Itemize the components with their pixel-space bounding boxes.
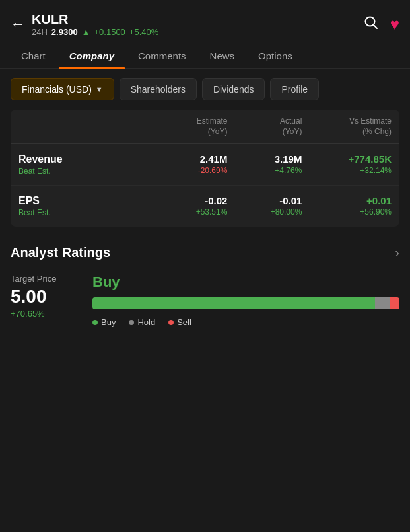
sub-nav-shareholders[interactable]: Shareholders [120,78,197,100]
eps-actual-cell: -0.01 +80.00% [227,195,302,217]
eps-vs-sub: +56.90% [302,208,392,217]
eps-actual-sub: +80.00% [227,208,302,217]
eps-estimate-main: -0.02 [153,195,227,206]
eps-estimate-cell: -0.02 +53.51% [153,195,227,217]
nav-tabs: Chart Company Comments News Options [0,44,410,69]
legend-buy-label: Buy [101,317,116,327]
svg-line-1 [373,25,377,29]
change-pct: +5.40% [129,27,158,37]
eps-vs-cell: +0.01 +56.90% [302,195,392,217]
eps-label-cell: EPS Beat Est. [18,195,153,217]
legend-sell-label: Sell [177,317,191,327]
table-header: Estimate (YoY) Actual (YoY) Vs Estimate … [11,110,399,144]
bar-buy [92,297,375,309]
rating-bar [92,297,399,309]
target-price-label: Target Price [11,274,77,284]
rating-legend: Buy Hold Sell [92,317,399,327]
legend-hold: Hold [129,317,155,327]
table-row-eps: EPS Beat Est. -0.02 +53.51% -0.01 +80.00… [11,186,399,227]
financials-table: Estimate (YoY) Actual (YoY) Vs Estimate … [11,110,399,227]
timeframe-label: 24H [32,27,48,37]
favorite-icon[interactable]: ♥ [390,15,399,34]
revenue-main-label: Revenue [18,153,153,165]
revenue-label-cell: Revenue Beat Est. [18,153,153,176]
dividends-label: Dividends [213,84,254,95]
sub-nav: Financials (USD) ▼ Shareholders Dividend… [0,69,410,110]
price-arrow: ▲ [82,27,90,37]
eps-estimate-sub: +53.51% [153,208,227,217]
revenue-actual-sub: +4.76% [227,166,302,175]
back-button[interactable]: ← [11,17,25,32]
tab-chart[interactable]: Chart [11,44,56,68]
analyst-ratings-content: Target Price 5.00 +70.65% Buy Buy Hold [11,274,399,327]
tab-comments[interactable]: Comments [127,44,197,68]
rating-buy-label: Buy [92,274,399,291]
search-icon[interactable] [364,15,378,34]
eps-beat-label: Beat Est. [18,208,153,217]
tab-news[interactable]: News [199,44,246,68]
table-row-revenue: Revenue Beat Est. 2.41M -20.69% 3.19M +4… [11,144,399,186]
profile-label: Profile [281,84,308,95]
revenue-vs-sub: +32.14% [302,166,392,175]
revenue-beat-label: Beat Est. [18,167,153,176]
sub-nav-financials[interactable]: Financials (USD) ▼ [11,78,114,100]
header-right: ♥ [364,15,399,34]
bar-hold [375,297,390,309]
sub-nav-dividends[interactable]: Dividends [202,78,265,100]
legend-sell-dot [168,320,174,325]
dropdown-arrow-icon: ▼ [96,85,103,93]
header-left: ← KULR 24H 2.9300 ▲ +0.1500 +5.40% [11,12,158,37]
ticker-symbol: KULR [32,12,158,27]
analyst-ratings-chevron-icon[interactable]: › [395,245,399,260]
col-header-vs-estimate: Vs Estimate (% Chg) [302,116,392,137]
eps-vs-main: +0.01 [302,195,392,206]
analyst-ratings-title: Analyst Ratings [11,245,110,260]
legend-buy-dot [92,320,98,325]
tab-company[interactable]: Company [59,44,125,68]
revenue-estimate-sub: -20.69% [153,166,227,175]
col-header-empty [18,116,153,137]
price-value: 2.9300 [51,27,78,37]
target-price-value: 5.00 [11,286,77,307]
eps-actual-main: -0.01 [227,195,302,206]
revenue-estimate-cell: 2.41M -20.69% [153,153,227,175]
revenue-actual-cell: 3.19M +4.76% [227,153,302,175]
change-abs: +0.1500 [94,27,125,37]
bar-sell [390,297,399,309]
ticker-price-row: 24H 2.9300 ▲ +0.1500 +5.40% [32,27,158,37]
target-price-change: +70.65% [11,309,77,319]
ticker-info: KULR 24H 2.9300 ▲ +0.1500 +5.40% [32,12,158,37]
analyst-ratings-header: Analyst Ratings › [11,245,399,260]
target-price-column: Target Price 5.00 +70.65% [11,274,77,319]
revenue-vs-main: +774.85K [302,153,392,165]
revenue-actual-main: 3.19M [227,153,302,165]
tab-options[interactable]: Options [248,44,303,68]
revenue-vs-cell: +774.85K +32.14% [302,153,392,175]
col-header-actual: Actual (YoY) [227,116,302,137]
header: ← KULR 24H 2.9300 ▲ +0.1500 +5.40% ♥ [0,0,410,44]
legend-hold-dot [129,320,134,325]
legend-sell: Sell [168,317,191,327]
eps-main-label: EPS [18,195,153,207]
sub-nav-profile[interactable]: Profile [270,78,319,100]
legend-hold-label: Hold [137,317,155,327]
analyst-ratings-section: Analyst Ratings › Target Price 5.00 +70.… [0,227,410,338]
rating-column: Buy Buy Hold Sell [92,274,399,327]
shareholders-label: Shareholders [131,84,186,95]
financials-label: Financials (USD) [22,84,92,95]
legend-buy: Buy [92,317,116,327]
revenue-estimate-main: 2.41M [153,153,227,165]
col-header-estimate: Estimate (YoY) [153,116,227,137]
